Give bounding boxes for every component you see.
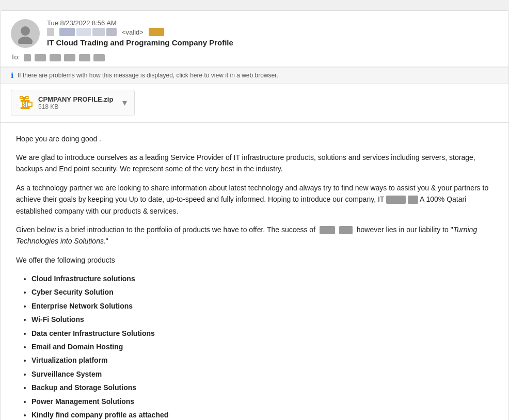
attachment-area: 🗜 CPMPANY PROFILE.zip 518 KB ▾: [1, 84, 508, 123]
portfolio-however: however lies in our liability to ": [357, 225, 453, 234]
list-item: Enterprise Network Solutions: [31, 300, 493, 312]
svg-point-1: [18, 37, 33, 44]
sender-info: Tue 8/23/2022 8:56 AM <valid> IT Cloud T…: [47, 19, 498, 49]
offer-intro: We offer the following products: [16, 254, 493, 266]
to-redacted: [24, 53, 105, 61]
greeting: Hope you are doing good .: [16, 133, 493, 144]
to-label: To:: [11, 53, 20, 61]
intro-paragraph: We are glad to introduce ourselves as a …: [16, 152, 493, 175]
attachment-details: CPMPANY PROFILE.zip 518 KB: [38, 95, 113, 110]
sender-invalid: <valid>: [122, 28, 144, 36]
partner-redact-1: [386, 196, 406, 204]
list-item: Cloud Infrastructure solutions: [31, 273, 493, 284]
products-ul: Cloud Infrastructure solutionsCyber Secu…: [31, 273, 493, 420]
portfolio-redact-2: [339, 226, 353, 234]
list-item: Email and Domain Hosting: [31, 341, 493, 352]
email-timestamp: Tue 8/23/2022 8:56 AM: [47, 19, 498, 27]
attachment-name: CPMPANY PROFILE.zip: [38, 95, 113, 103]
info-message[interactable]: If there are problems with how this mess…: [18, 72, 278, 79]
partner-paragraph: As a technology partner we are looking t…: [16, 182, 493, 217]
list-item: Virtualization platform: [31, 354, 493, 366]
sender-meta: <valid>: [47, 28, 498, 36]
sender-row: Tue 8/23/2022 8:56 AM <valid> IT Cloud T…: [11, 19, 498, 49]
list-item: Data center Infrastructure Solutions: [31, 328, 493, 339]
list-item: Cyber Security Solution: [31, 286, 493, 298]
tagline-suffix: .: [104, 237, 106, 245]
avatar: [11, 19, 40, 48]
list-item: Wi-Fi Solutions: [31, 314, 493, 325]
portfolio-paragraph: Given below is a brief introduction to t…: [16, 224, 493, 247]
info-bar: ℹ If there are problems with how this me…: [1, 67, 508, 84]
list-item: Kindly find company profile as attached: [31, 409, 493, 420]
email-header: Tue 8/23/2022 8:56 AM <valid> IT Cloud T…: [1, 11, 508, 67]
partner-redact-2: [408, 196, 418, 204]
list-item: Surveillance System: [31, 368, 493, 380]
zip-icon: 🗜: [19, 94, 33, 111]
email-container: Tue 8/23/2022 8:56 AM <valid> IT Cloud T…: [0, 10, 509, 420]
email-body: Hope you are doing good . We are glad to…: [1, 123, 508, 420]
list-item: Backup and Storage Solutions: [31, 382, 493, 393]
sender-name-initial: [47, 28, 54, 36]
email-subject: IT Cloud Trading and Programing Company …: [47, 38, 498, 47]
info-icon: ℹ: [11, 71, 13, 79]
portfolio-redact-1: [320, 226, 335, 234]
portfolio-intro: Given below is a brief introduction to t…: [16, 225, 315, 234]
sender-name-redacted: [59, 28, 117, 36]
list-item: Power Management Solutions: [31, 396, 493, 407]
attachment-box[interactable]: 🗜 CPMPANY PROFILE.zip 518 KB ▾: [11, 90, 135, 116]
subject-redacted-colors: [149, 28, 164, 36]
to-row: To:: [11, 53, 498, 61]
products-list: Cloud Infrastructure solutionsCyber Secu…: [16, 273, 493, 420]
attachment-more-icon[interactable]: ▾: [122, 97, 127, 108]
svg-point-0: [21, 26, 30, 36]
attachment-size: 518 KB: [38, 103, 113, 110]
